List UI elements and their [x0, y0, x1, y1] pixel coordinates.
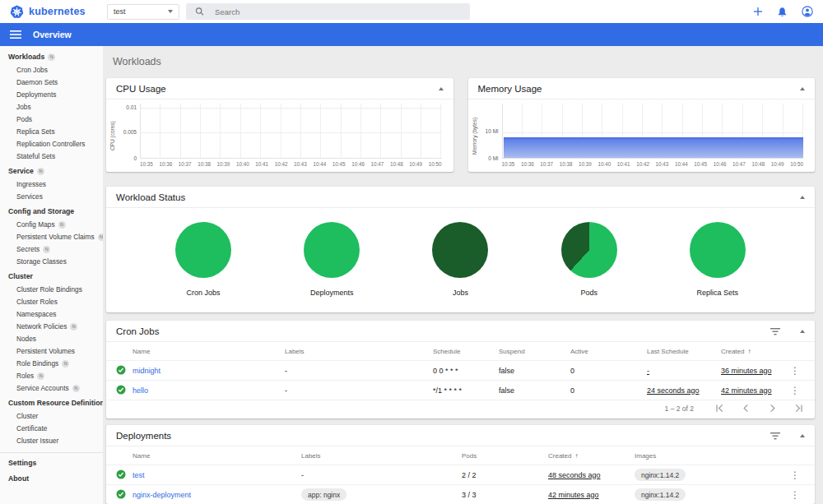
sidebar-item-settings[interactable]: Settings [0, 455, 103, 470]
sidebar-item-replication-controllers[interactable]: Replication Controllers [0, 138, 103, 150]
sidebar-section-custom-resource-definitions[interactable]: Custom Resource Definitions [0, 395, 103, 410]
search-input[interactable] [215, 7, 461, 16]
cron-job-name-link[interactable]: midnight [133, 367, 285, 375]
sidebar-item-ingresses[interactable]: Ingresses [0, 178, 103, 191]
menu-icon[interactable] [10, 30, 21, 39]
column-header-name[interactable]: Name [133, 452, 301, 460]
deployment-created[interactable]: 48 seconds ago [548, 471, 635, 479]
x-tick-label: 10:42 [275, 161, 288, 169]
deployment-labels-chip: app: nginx [301, 488, 346, 501]
column-header-schedule[interactable]: Schedule [433, 348, 499, 355]
filter-button[interactable] [770, 328, 780, 335]
sidebar-item-persistent-volumes[interactable]: Persistent Volumes [0, 345, 103, 358]
next-page-button[interactable] [768, 404, 777, 413]
pie-chart[interactable] [432, 222, 488, 278]
plus-icon [753, 7, 763, 16]
search-bar[interactable] [186, 3, 470, 20]
workload-pies: Cron JobsDeploymentsJobsPodsReplica Sets [106, 208, 815, 310]
pie-chart[interactable] [561, 222, 617, 278]
column-header-suspend[interactable]: Suspend [499, 348, 570, 355]
sidebar-item-replica-sets-label: Replica Sets [16, 128, 55, 136]
cron-job-name-link[interactable]: hello [133, 386, 285, 395]
sidebar-item-cluster-role-bindings[interactable]: Cluster Role Bindings [0, 284, 103, 296]
sidebar-section-config-and-storage-label: Config and Storage [8, 207, 74, 215]
sidebar-item-storage-classes[interactable]: Storage Classes [0, 256, 103, 268]
last-page-icon [794, 404, 803, 413]
sidebar-item-jobs[interactable]: Jobs [0, 101, 103, 113]
cron-jobs-pagination: 1 – 2 of 2 [106, 400, 815, 418]
cron-job-last-schedule[interactable]: 24 seconds ago [647, 386, 721, 395]
last-page-button[interactable] [794, 404, 803, 413]
sidebar-item-stateful-sets[interactable]: Stateful Sets [0, 150, 103, 163]
sidebar-item-network-policies[interactable]: Network PoliciesN [0, 321, 103, 333]
pie-chart[interactable] [690, 222, 746, 278]
column-header-created[interactable]: Created↑ [721, 348, 785, 355]
column-header-name[interactable]: Name [133, 348, 285, 355]
previous-page-button[interactable] [742, 404, 751, 413]
sidebar-item-certificate[interactable]: Certificate [0, 423, 103, 435]
x-tick-label: 10:50 [790, 161, 803, 169]
notifications-button[interactable] [777, 7, 788, 17]
collapse-card-icon[interactable] [800, 196, 805, 199]
x-tick-label: 10:35 [502, 161, 515, 169]
sidebar-item-pods[interactable]: Pods [0, 113, 103, 126]
sidebar-item-cron-jobs[interactable]: Cron Jobs [0, 64, 103, 76]
sidebar-item-persistent-volume-claims[interactable]: Persistent Volume ClaimsN [0, 231, 103, 243]
deployment-created[interactable]: 42 minutes ago [548, 491, 635, 499]
column-header-images[interactable]: Images [635, 452, 785, 460]
sidebar-section-cluster[interactable]: Cluster [0, 268, 103, 284]
logo-wordmark: kubernetes [29, 6, 86, 17]
column-header-labels[interactable]: Labels [301, 452, 462, 460]
sidebar-item-role-bindings[interactable]: Role BindingsN [0, 358, 103, 370]
sidebar-item-deployments[interactable]: Deployments [0, 89, 103, 101]
sidebar-section-config-and-storage[interactable]: Config and Storage [0, 203, 103, 219]
cron-job-last-schedule[interactable]: - [647, 367, 721, 375]
column-header-labels[interactable]: Labels [285, 348, 433, 355]
create-resource-button[interactable] [753, 7, 763, 16]
row-actions-button[interactable]: ⋮ [790, 385, 800, 396]
sidebar-item-services-label: Services [16, 193, 43, 201]
sidebar-item-daemon-sets[interactable]: Daemon Sets [0, 76, 103, 89]
column-header-last-schedule[interactable]: Last Schedule [647, 348, 721, 355]
sidebar-item-secrets[interactable]: SecretsN [0, 243, 103, 256]
sidebar-item-service-accounts[interactable]: Service AccountsN [0, 382, 103, 395]
filter-button[interactable] [770, 432, 780, 440]
column-header-active[interactable]: Active [570, 348, 647, 355]
column-header-created[interactable]: Created↑ [548, 452, 635, 460]
collapse-card-icon[interactable] [439, 87, 444, 90]
user-profile-button[interactable] [802, 6, 813, 17]
sidebar-item-service-accounts-label: Service Accounts [16, 385, 69, 392]
sidebar-item-nodes[interactable]: Nodes [0, 333, 103, 345]
row-actions-button[interactable]: ⋮ [790, 469, 800, 481]
sidebar-item-about[interactable]: About [0, 470, 103, 486]
sidebar-item-cluster-issuer[interactable]: Cluster Issuer [0, 435, 103, 447]
column-header-pods[interactable]: Pods [462, 452, 548, 460]
sidebar-item-cluster[interactable]: Cluster [0, 410, 103, 423]
memory-y-tick: 10 Mi [486, 128, 499, 134]
row-actions-button[interactable]: ⋮ [790, 489, 800, 501]
sidebar-section-service[interactable]: ServiceN [0, 163, 103, 178]
collapse-card-icon[interactable] [800, 87, 805, 90]
collapse-card-icon[interactable] [800, 434, 805, 437]
sidebar-item-namespaces[interactable]: Namespaces [0, 308, 103, 321]
first-page-button[interactable] [715, 404, 724, 413]
deployment-name-link[interactable]: test [133, 471, 301, 479]
row-actions-button[interactable]: ⋮ [790, 365, 800, 377]
sidebar-item-services[interactable]: Services [0, 191, 103, 203]
workload-status-card: Workload Status Cron JobsDeploymentsJobs… [106, 187, 815, 312]
sidebar-item-roles[interactable]: RolesN [0, 370, 103, 382]
sidebar-section-workloads[interactable]: WorkloadsN [0, 49, 103, 64]
kubernetes-logo[interactable]: kubernetes [10, 5, 107, 19]
memory-usage-area-series [504, 137, 804, 158]
x-tick-label: 10:44 [313, 161, 326, 169]
cron-job-created[interactable]: 42 minutes ago [721, 386, 785, 395]
namespace-selector[interactable]: test [107, 4, 179, 20]
collapse-card-icon[interactable] [800, 330, 805, 333]
sidebar-item-cluster-roles[interactable]: Cluster Roles [0, 296, 103, 308]
sidebar-item-config-maps[interactable]: Config MapsN [0, 219, 103, 231]
deployment-name-link[interactable]: nginx-deployment [133, 491, 301, 499]
sidebar-item-replica-sets[interactable]: Replica Sets [0, 126, 103, 138]
pie-chart[interactable] [304, 222, 360, 278]
pie-chart[interactable] [175, 222, 231, 278]
cron-job-created[interactable]: 36 minutes ago [721, 367, 785, 375]
